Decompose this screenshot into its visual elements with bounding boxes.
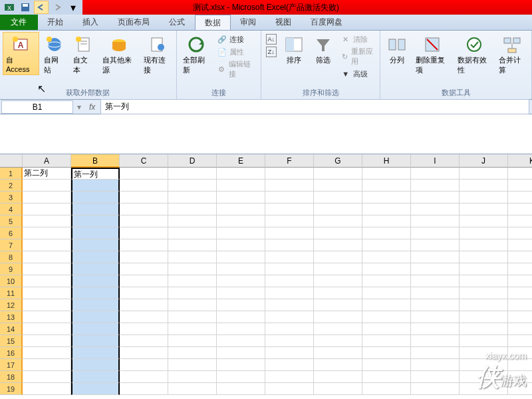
cell-H9[interactable] [362, 263, 411, 275]
cell-B18[interactable] [71, 371, 120, 383]
cell-F14[interactable] [265, 323, 314, 335]
cell-F15[interactable] [265, 335, 314, 347]
cell-H18[interactable] [362, 371, 411, 383]
cell-K18[interactable] [508, 371, 532, 383]
cell-D14[interactable] [168, 323, 217, 335]
tab-layout[interactable]: 页面布局 [108, 15, 160, 30]
cell-I5[interactable] [411, 215, 460, 227]
cell-E6[interactable] [217, 227, 265, 239]
cell-B4[interactable] [71, 203, 120, 215]
cell-F7[interactable] [265, 239, 314, 251]
cell-C1[interactable] [120, 168, 168, 180]
cell-H7[interactable] [362, 239, 411, 251]
cell-C9[interactable] [120, 263, 168, 275]
cell-F16[interactable] [265, 347, 314, 359]
cell-E13[interactable] [217, 311, 265, 323]
cell-G6[interactable] [314, 227, 362, 239]
cell-K7[interactable] [508, 239, 532, 251]
cell-H15[interactable] [362, 335, 411, 347]
row-header-14[interactable]: 14 [0, 323, 23, 335]
tab-formula[interactable]: 公式 [160, 15, 195, 30]
cell-F19[interactable] [265, 383, 314, 395]
cell-I13[interactable] [411, 311, 460, 323]
cell-G7[interactable] [314, 239, 362, 251]
cell-C15[interactable] [120, 335, 168, 347]
cell-J1[interactable] [460, 168, 508, 180]
cell-B6[interactable] [71, 227, 120, 239]
row-header-2[interactable]: 2 [0, 180, 23, 192]
cell-F9[interactable] [265, 263, 314, 275]
cell-D12[interactable] [168, 299, 217, 311]
cell-C11[interactable] [120, 287, 168, 299]
cell-G17[interactable] [314, 359, 362, 371]
cell-G5[interactable] [314, 215, 362, 227]
cell-J8[interactable] [460, 251, 508, 263]
cell-I2[interactable] [411, 180, 460, 192]
row-header-7[interactable]: 7 [0, 239, 23, 251]
excel-icon[interactable]: X [2, 1, 17, 14]
cell-G18[interactable] [314, 371, 362, 383]
from-web-button[interactable]: 自网站 [41, 32, 68, 77]
cell-I14[interactable] [411, 323, 460, 335]
cell-J13[interactable] [460, 311, 508, 323]
cell-G1[interactable] [314, 168, 362, 180]
cell-I11[interactable] [411, 287, 460, 299]
cell-H19[interactable] [362, 383, 411, 395]
from-text-button[interactable]: 自文本 [70, 32, 98, 77]
cell-B9[interactable] [71, 263, 120, 275]
cell-D11[interactable] [168, 287, 217, 299]
cell-K13[interactable] [508, 311, 532, 323]
cell-H1[interactable] [362, 168, 411, 180]
cell-I6[interactable] [411, 227, 460, 239]
cell-C4[interactable] [120, 203, 168, 215]
cell-I1[interactable] [411, 168, 460, 180]
tab-insert[interactable]: 插入 [73, 15, 108, 30]
cell-K1[interactable] [508, 168, 532, 180]
cell-A6[interactable] [23, 227, 71, 239]
cell-B2[interactable] [71, 180, 120, 192]
cell-G15[interactable] [314, 335, 362, 347]
consolidate-button[interactable]: 合并计算 [495, 32, 529, 77]
cell-J3[interactable] [460, 192, 508, 203]
cell-C18[interactable] [120, 371, 168, 383]
col-header-B[interactable]: B [71, 154, 120, 168]
cell-B8[interactable] [71, 251, 120, 263]
cell-D1[interactable] [168, 168, 217, 180]
cell-G14[interactable] [314, 323, 362, 335]
cell-B17[interactable] [71, 359, 120, 371]
cell-F12[interactable] [265, 299, 314, 311]
cell-A15[interactable] [23, 335, 71, 347]
cell-A4[interactable] [23, 203, 71, 215]
cell-H6[interactable] [362, 227, 411, 239]
cell-G4[interactable] [314, 203, 362, 215]
sort-za-button[interactable]: Z↓ [264, 46, 279, 58]
cell-K3[interactable] [508, 192, 532, 203]
cell-C8[interactable] [120, 251, 168, 263]
tab-file[interactable]: 文件 [0, 15, 38, 30]
cell-G9[interactable] [314, 263, 362, 275]
cell-B14[interactable] [71, 323, 120, 335]
cell-H10[interactable] [362, 275, 411, 287]
cell-H4[interactable] [362, 203, 411, 215]
cell-B1[interactable]: 第一列 [71, 168, 120, 180]
cell-E12[interactable] [217, 299, 265, 311]
cell-I16[interactable] [411, 347, 460, 359]
cell-B15[interactable] [71, 335, 120, 347]
cell-D10[interactable] [168, 275, 217, 287]
col-header-H[interactable]: H [362, 154, 411, 168]
remove-duplicates-button[interactable]: 删除重复项 [412, 32, 452, 77]
row-header-8[interactable]: 8 [0, 251, 23, 263]
cell-E9[interactable] [217, 263, 265, 275]
row-header-12[interactable]: 12 [0, 299, 23, 311]
cell-J9[interactable] [460, 263, 508, 275]
clear-filter-button[interactable]: ✕清除 [338, 33, 378, 45]
cell-K10[interactable] [508, 275, 532, 287]
cell-B19[interactable] [71, 383, 120, 395]
cell-F5[interactable] [265, 215, 314, 227]
cell-I12[interactable] [411, 299, 460, 311]
col-header-F[interactable]: F [265, 154, 314, 168]
cell-K9[interactable] [508, 263, 532, 275]
cell-J2[interactable] [460, 180, 508, 192]
cell-G10[interactable] [314, 275, 362, 287]
col-header-A[interactable]: A [23, 154, 71, 168]
